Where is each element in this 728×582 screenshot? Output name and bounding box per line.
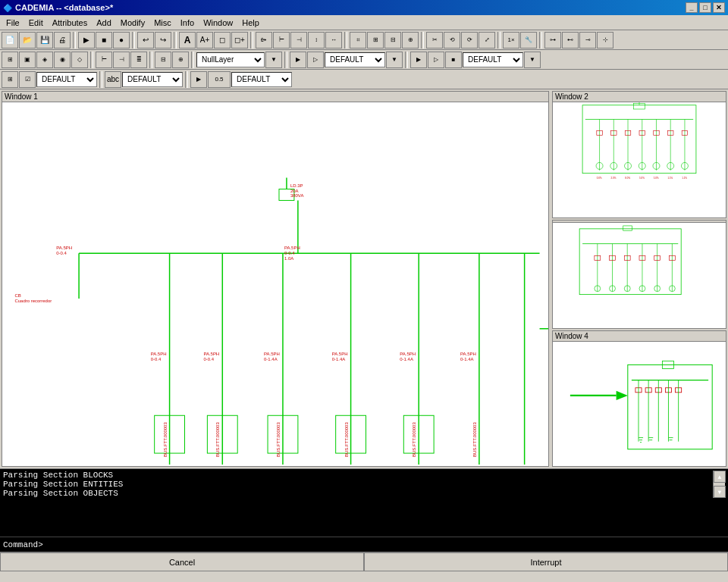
snap-select[interactable]: DEFAULT <box>36 72 97 87</box>
icon-btn-17[interactable]: ⊷ <box>562 32 579 48</box>
main-area: Window 1 LD.3P 20A 380VA PA.5PH 0-0.4 CB… <box>0 89 728 468</box>
window2-canvas[interactable]: 0.0% 2.0% 8.0% 5.0% 5.0% 1.1% 1.1% <box>553 102 726 216</box>
icon-btn-10[interactable]: ✂ <box>426 32 443 48</box>
scroll-down-button[interactable]: ▼ <box>714 486 726 498</box>
snap-btn1[interactable]: ⊞ <box>2 71 18 88</box>
linewidth-color[interactable]: ■ <box>445 52 462 68</box>
icon-btn-5[interactable]: ↔ <box>325 32 342 48</box>
dot-button[interactable]: ● <box>113 32 130 48</box>
svg-rect-103 <box>579 229 681 295</box>
log-scrollbar[interactable]: ▲ ▼ <box>713 471 725 498</box>
stop-button[interactable]: ■ <box>96 32 112 48</box>
sep6 <box>421 32 424 48</box>
font-select[interactable]: DEFAULT <box>122 72 183 87</box>
font-icon[interactable]: abc <box>105 71 121 88</box>
layer-btn4[interactable]: ◉ <box>54 52 71 68</box>
title-bar-controls[interactable]: _ □ ✕ <box>686 2 725 13</box>
textsize-select[interactable]: DEFAULT <box>231 72 292 87</box>
snap-checkbox[interactable]: ☑ <box>19 71 36 88</box>
layer-btn3[interactable]: ◈ <box>36 52 53 68</box>
icon-btn-15[interactable]: 🔧 <box>520 32 537 48</box>
command-input[interactable] <box>43 540 725 549</box>
log-line-1: Parsing Section BLOCKS <box>3 471 725 480</box>
icon-btn-2[interactable]: ⊢ <box>273 32 290 48</box>
svg-text:5.0%: 5.0% <box>639 177 645 180</box>
menu-file[interactable]: File <box>2 17 24 29</box>
menu-modify[interactable]: Modify <box>116 17 149 29</box>
linewidth-btn1[interactable]: ▶ <box>410 52 427 68</box>
menu-add[interactable]: Add <box>92 17 116 29</box>
menu-info[interactable]: Info <box>176 17 199 29</box>
linewidth-dropdown-btn[interactable]: ▼ <box>524 52 541 68</box>
maximize-button[interactable]: □ <box>699 2 711 13</box>
icon-btn-12[interactable]: ⟳ <box>461 32 478 48</box>
minimize-button[interactable]: _ <box>686 2 698 13</box>
menu-window[interactable]: Window <box>199 17 237 29</box>
window4-canvas[interactable] <box>553 342 726 465</box>
svg-marker-125 <box>617 391 628 400</box>
textsize-btn[interactable]: ▶ <box>190 71 207 88</box>
icon-btn-14[interactable]: 1× <box>503 32 519 48</box>
save-button[interactable]: 💾 <box>36 32 53 48</box>
sep1 <box>73 32 76 48</box>
svg-text:1.1%: 1.1% <box>682 177 687 180</box>
menu-attributes[interactable]: Attributes <box>48 17 92 29</box>
icon-btn-6[interactable]: ⌗ <box>350 32 366 48</box>
shape-button[interactable]: ◻ <box>214 32 231 48</box>
linewidth-select[interactable]: DEFAULT <box>463 52 523 67</box>
layer-btn2[interactable]: ▣ <box>19 52 36 68</box>
icon-btn-1[interactable]: ⌲ <box>256 32 272 48</box>
sep5 <box>344 32 347 48</box>
cancel-button[interactable]: Cancel <box>0 552 364 571</box>
icon-btn-3[interactable]: ⊣ <box>290 32 307 48</box>
linestyle-select[interactable]: DEFAULT <box>325 52 385 67</box>
shape-plus-button[interactable]: ◻+ <box>231 32 248 48</box>
linestyle-dropdown-btn[interactable]: ▼ <box>386 52 403 68</box>
icon-btn-11[interactable]: ⟲ <box>444 32 460 48</box>
open-button[interactable]: 📂 <box>19 32 36 48</box>
icon-btn-8[interactable]: ⊟ <box>384 32 401 48</box>
window4: Window 4 <box>552 330 726 467</box>
layer-btn8[interactable]: ≣ <box>130 52 147 68</box>
icon-btn-9[interactable]: ⊕ <box>402 32 419 48</box>
icon-btn-4[interactable]: ↕ <box>308 32 325 48</box>
linewidth-btn2[interactable]: ▷ <box>428 52 444 68</box>
layer-btn10[interactable]: ⊕ <box>172 52 189 68</box>
icon-btn-13[interactable]: ⤢ <box>479 32 495 48</box>
layer-icon[interactable]: ⊞ <box>2 52 18 68</box>
sep-t2-4 <box>284 52 287 68</box>
layer-btn9[interactable]: ⊟ <box>155 52 171 68</box>
menu-edit[interactable]: Edit <box>24 17 48 29</box>
layer-btn7[interactable]: ⊣ <box>113 52 130 68</box>
svg-text:2.0%: 2.0% <box>611 177 617 180</box>
redo-button[interactable]: ↪ <box>155 32 171 48</box>
layer-btn5[interactable]: ◇ <box>71 52 88 68</box>
icon-btn-16[interactable]: ⊶ <box>544 32 561 48</box>
icon-btn-18[interactable]: ⊸ <box>579 32 596 48</box>
play-button[interactable]: ▶ <box>78 32 95 48</box>
scroll-up-button[interactable]: ▲ <box>714 471 726 483</box>
text-plus-button[interactable]: A+ <box>196 32 213 48</box>
svg-text:0-1.4A: 0-1.4A <box>460 357 474 361</box>
svg-text:BUS.FTT.000003: BUS.FTT.000003 <box>163 422 168 457</box>
svg-text:PA.5PH: PA.5PH <box>151 352 167 356</box>
icon-btn-7[interactable]: ⊞ <box>367 32 384 48</box>
layer-btn6[interactable]: ⊢ <box>96 52 112 68</box>
linestyle-btn1[interactable]: ▶ <box>290 52 306 68</box>
undo-button[interactable]: ↩ <box>137 32 154 48</box>
menu-help[interactable]: Help <box>237 17 264 29</box>
linestyle-btn2[interactable]: ▷ <box>307 52 324 68</box>
new-button[interactable]: 📄 <box>2 32 18 48</box>
close-button[interactable]: ✕ <box>713 2 725 13</box>
icon-btn-19[interactable]: ⊹ <box>597 32 613 48</box>
layer-select[interactable]: NullLayer <box>196 52 265 67</box>
window3-canvas[interactable] <box>553 223 726 318</box>
sep-t2-2 <box>149 52 152 68</box>
layer-dropdown-btn[interactable]: ▼ <box>265 52 282 68</box>
text-bold-button[interactable]: A <box>179 32 196 48</box>
interrupt-button[interactable]: Interrupt <box>364 552 728 571</box>
print-button[interactable]: 🖨 <box>54 32 71 48</box>
menu-misc[interactable]: Misc <box>149 17 176 29</box>
sep-t3-1 <box>99 71 102 88</box>
window1-canvas[interactable]: LD.3P 20A 380VA PA.5PH 0-0.4 CB Cuadro r… <box>2 102 548 465</box>
